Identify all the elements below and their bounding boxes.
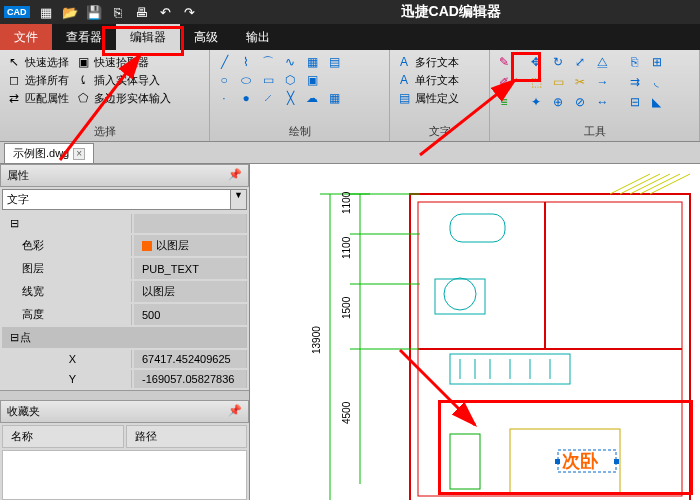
table-row[interactable]: Y-169057.05827836 bbox=[2, 370, 247, 388]
ribbon: ↖快速选择 ▣快速拾取器 ◻选择所有 ⤹插入实体导入 ⇄匹配属性 ⬠多边形实体输… bbox=[0, 50, 700, 142]
table-row[interactable]: 图层PUB_TEXT bbox=[2, 258, 247, 279]
fav-col-path[interactable]: 路径 bbox=[126, 425, 248, 448]
mtext-button[interactable]: A多行文本 bbox=[396, 54, 483, 70]
align-icon[interactable]: ⊟ bbox=[627, 94, 643, 110]
explode-icon[interactable]: ✦ bbox=[528, 94, 544, 110]
table-row[interactable]: 色彩以图层 bbox=[2, 235, 247, 256]
rect-icon[interactable]: ▭ bbox=[260, 72, 276, 88]
trim-icon[interactable]: ✂ bbox=[572, 74, 588, 90]
redo-icon[interactable]: ↷ bbox=[181, 3, 199, 21]
menu-advanced[interactable]: 高级 bbox=[180, 24, 232, 50]
array-icon[interactable]: ⊞ bbox=[649, 54, 665, 70]
ribbon-label-select: 选择 bbox=[6, 122, 203, 139]
menu-editor[interactable]: 编辑器 bbox=[116, 24, 180, 50]
chamfer-icon[interactable]: ◣ bbox=[649, 94, 665, 110]
line-icon[interactable]: ╱ bbox=[216, 54, 232, 70]
table-row[interactable]: X67417.452409625 bbox=[2, 350, 247, 368]
pin-icon[interactable]: 📌 bbox=[228, 168, 242, 183]
ray-icon[interactable]: ⟋ bbox=[260, 90, 276, 106]
new-icon[interactable]: ▦ bbox=[37, 3, 55, 21]
favorites-table: 名称路径 bbox=[0, 423, 249, 450]
saveas-icon[interactable]: ⎘ bbox=[109, 3, 127, 21]
match-props-button[interactable]: ⇄匹配属性 bbox=[6, 90, 69, 106]
break-icon[interactable]: ⊘ bbox=[572, 94, 588, 110]
block-icon[interactable]: ▣ bbox=[304, 72, 320, 88]
rotate-icon[interactable]: ↻ bbox=[550, 54, 566, 70]
point-icon[interactable]: · bbox=[216, 90, 232, 106]
open-icon[interactable]: 📂 bbox=[61, 3, 79, 21]
move-icon[interactable]: ✥ bbox=[528, 54, 544, 70]
match-icon: ⇄ bbox=[6, 90, 22, 106]
menu-view[interactable]: 查看器 bbox=[52, 24, 116, 50]
ellipse-icon[interactable]: ⬭ bbox=[238, 72, 254, 88]
favorites-panel-header[interactable]: 收藏夹 📌 bbox=[0, 400, 249, 423]
undo-icon[interactable]: ↶ bbox=[157, 3, 175, 21]
copy-icon[interactable]: ⎘ bbox=[627, 54, 643, 70]
table-row[interactable]: 线宽以图层 bbox=[2, 281, 247, 302]
titlebar: CAD ▦ 📂 💾 ⎘ 🖶 ↶ ↷ 迅捷CAD编辑器 bbox=[0, 0, 700, 24]
close-icon[interactable]: × bbox=[73, 148, 85, 160]
brush-icon[interactable]: ✎ bbox=[496, 54, 512, 70]
svg-line-11 bbox=[650, 174, 690, 194]
properties-panel-header[interactable]: 属性 📌 bbox=[0, 164, 249, 187]
table-row[interactable]: ⊟ bbox=[2, 214, 247, 233]
spline-icon[interactable]: ∿ bbox=[282, 54, 298, 70]
svg-rect-20 bbox=[450, 434, 480, 489]
polyline-icon[interactable]: ⌇ bbox=[238, 54, 254, 70]
polygon-input-button[interactable]: ⬠多边形实体输入 bbox=[75, 90, 171, 106]
dim-label: 1100 bbox=[341, 236, 352, 259]
ribbon-group-tools: ✎ ✥ ↻ ⤢ ⧋ ⎘ ⊞ ✐ ⬚ ▭ ✂ → ⇉ ◟ ≡ ✦ ⊕ bbox=[490, 50, 700, 141]
favorites-title: 收藏夹 bbox=[7, 404, 40, 419]
fav-col-name[interactable]: 名称 bbox=[2, 425, 124, 448]
extend-icon[interactable]: → bbox=[594, 74, 610, 90]
quick-pick-button[interactable]: ▣快速拾取器 bbox=[75, 54, 149, 70]
dim-label: 4500 bbox=[341, 401, 352, 424]
join-icon[interactable]: ⊕ bbox=[550, 94, 566, 110]
app-title: 迅捷CAD编辑器 bbox=[202, 3, 701, 21]
dim-label: 1100 bbox=[341, 191, 352, 214]
menu-output[interactable]: 输出 bbox=[232, 24, 284, 50]
ribbon-group-select: ↖快速选择 ▣快速拾取器 ◻选择所有 ⤹插入实体导入 ⇄匹配属性 ⬠多边形实体输… bbox=[0, 50, 210, 141]
app-logo: CAD bbox=[4, 6, 30, 18]
attdef-button[interactable]: ▤属性定义 bbox=[396, 90, 483, 106]
brush2-icon[interactable]: ✐ bbox=[496, 74, 512, 90]
arc-icon[interactable]: ⌒ bbox=[260, 54, 276, 70]
scale-icon[interactable]: ⤢ bbox=[572, 54, 588, 70]
select-all-button[interactable]: ◻选择所有 bbox=[6, 72, 69, 88]
drawing-canvas[interactable]: 1100 1100 1500 4500 13900 次卧 bbox=[250, 164, 700, 500]
poly2-icon[interactable]: ⬡ bbox=[282, 72, 298, 88]
dot-icon[interactable]: ● bbox=[238, 90, 254, 106]
entity-type-dropdown[interactable]: 文字 ▼ bbox=[2, 189, 247, 210]
svg-rect-34 bbox=[614, 459, 619, 464]
table-row[interactable]: ⊟点 bbox=[2, 327, 247, 348]
ribbon-label-tools: 工具 bbox=[496, 122, 693, 139]
table-row[interactable]: 高度500 bbox=[2, 304, 247, 325]
stretch-icon[interactable]: ↔ bbox=[594, 94, 610, 110]
save-icon[interactable]: 💾 bbox=[85, 3, 103, 21]
chevron-down-icon[interactable]: ▼ bbox=[231, 189, 247, 210]
room-label[interactable]: 次卧 bbox=[562, 451, 599, 471]
offset-icon[interactable]: ⇉ bbox=[627, 74, 643, 90]
mirror-icon[interactable]: ⧋ bbox=[594, 54, 610, 70]
box2-icon[interactable]: ▭ bbox=[550, 74, 566, 90]
box-icon[interactable]: ⬚ bbox=[528, 74, 544, 90]
layer-icon[interactable]: ≡ bbox=[496, 94, 512, 110]
hatch-icon[interactable]: ▦ bbox=[304, 54, 320, 70]
fillet-icon[interactable]: ◟ bbox=[649, 74, 665, 90]
stext-icon: A bbox=[396, 72, 412, 88]
print-icon[interactable]: 🖶 bbox=[133, 3, 151, 21]
stext-button[interactable]: A单行文本 bbox=[396, 72, 483, 88]
entity-import-button[interactable]: ⤹插入实体导入 bbox=[75, 72, 160, 88]
pin-icon[interactable]: 📌 bbox=[228, 404, 242, 419]
dropdown-value: 文字 bbox=[2, 189, 231, 210]
xline-icon[interactable]: ╳ bbox=[282, 90, 298, 106]
region-icon[interactable]: ▤ bbox=[326, 54, 342, 70]
table-icon[interactable]: ▦ bbox=[326, 90, 342, 106]
menu-file[interactable]: 文件 bbox=[0, 24, 52, 50]
polygon-icon: ⬠ bbox=[75, 90, 91, 106]
circle-icon[interactable]: ○ bbox=[216, 72, 232, 88]
quick-select-button[interactable]: ↖快速选择 bbox=[6, 54, 69, 70]
file-tab[interactable]: 示例图.dwg × bbox=[4, 143, 94, 163]
picker-icon: ▣ bbox=[75, 54, 91, 70]
revision-icon[interactable]: ☁ bbox=[304, 90, 320, 106]
